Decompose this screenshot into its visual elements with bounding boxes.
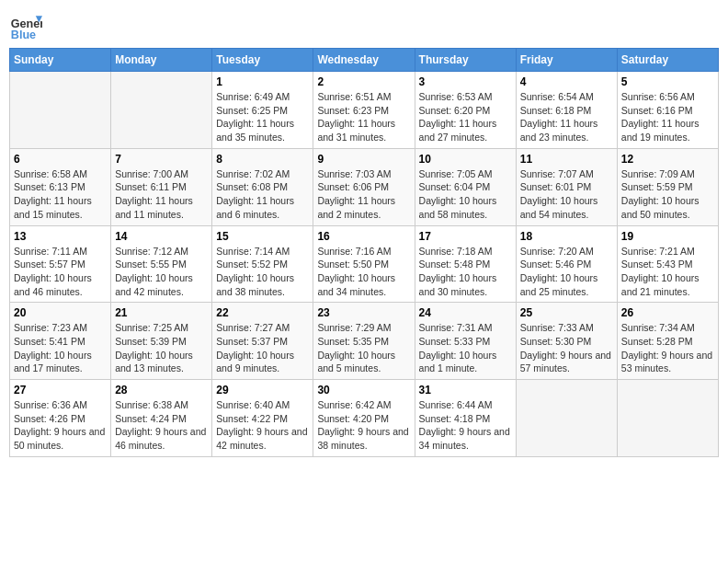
days-header-row: SundayMondayTuesdayWednesdayThursdayFrid…	[10, 49, 719, 72]
calendar-cell: 26Sunrise: 7:34 AMSunset: 5:28 PMDayligh…	[617, 303, 718, 380]
calendar-cell: 20Sunrise: 7:23 AMSunset: 5:41 PMDayligh…	[10, 303, 111, 380]
calendar-cell: 4Sunrise: 6:54 AMSunset: 6:18 PMDaylight…	[516, 72, 617, 149]
day-info: Sunrise: 7:11 AMSunset: 5:57 PMDaylight:…	[14, 245, 107, 299]
day-header-saturday: Saturday	[617, 49, 718, 72]
day-info: Sunrise: 7:09 AMSunset: 5:59 PMDaylight:…	[621, 167, 714, 222]
day-number: 9	[317, 153, 410, 166]
day-header-tuesday: Tuesday	[212, 49, 313, 72]
calendar-cell: 27Sunrise: 6:36 AMSunset: 4:26 PMDayligh…	[10, 380, 111, 457]
day-info: Sunrise: 7:14 AMSunset: 5:52 PMDaylight:…	[216, 245, 309, 299]
calendar-cell: 19Sunrise: 7:21 AMSunset: 5:43 PMDayligh…	[617, 225, 718, 303]
day-header-sunday: Sunday	[10, 49, 111, 72]
calendar-cell	[111, 72, 212, 149]
day-number: 31	[419, 384, 512, 396]
day-number: 25	[520, 306, 613, 319]
calendar-cell: 9Sunrise: 7:03 AMSunset: 6:06 PMDaylight…	[313, 148, 415, 225]
day-info: Sunrise: 7:16 AMSunset: 5:50 PMDaylight:…	[317, 245, 410, 299]
day-number: 7	[115, 153, 208, 166]
day-number: 17	[419, 230, 512, 243]
day-info: Sunrise: 6:44 AMSunset: 4:18 PMDaylight:…	[419, 398, 512, 453]
day-number: 21	[115, 306, 208, 319]
calendar-cell: 23Sunrise: 7:29 AMSunset: 5:35 PMDayligh…	[313, 303, 415, 380]
day-number: 20	[14, 306, 107, 319]
logo: General Blue	[9, 9, 42, 42]
day-number: 30	[317, 384, 410, 396]
day-info: Sunrise: 7:21 AMSunset: 5:43 PMDaylight:…	[621, 245, 714, 299]
day-header-thursday: Thursday	[415, 49, 516, 72]
day-info: Sunrise: 7:34 AMSunset: 5:28 PMDaylight:…	[621, 321, 714, 375]
calendar-cell: 16Sunrise: 7:16 AMSunset: 5:50 PMDayligh…	[313, 225, 415, 303]
day-number: 3	[419, 75, 512, 88]
day-info: Sunrise: 6:38 AMSunset: 4:24 PMDaylight:…	[115, 398, 208, 453]
day-number: 22	[216, 306, 309, 319]
calendar-cell: 8Sunrise: 7:02 AMSunset: 6:08 PMDaylight…	[212, 148, 313, 225]
day-info: Sunrise: 7:33 AMSunset: 5:30 PMDaylight:…	[520, 321, 613, 375]
day-info: Sunrise: 6:40 AMSunset: 4:22 PMDaylight:…	[216, 398, 309, 453]
day-number: 27	[14, 384, 107, 396]
calendar-cell: 25Sunrise: 7:33 AMSunset: 5:30 PMDayligh…	[516, 303, 617, 380]
day-number: 12	[621, 153, 714, 166]
day-number: 23	[317, 306, 410, 319]
day-info: Sunrise: 7:27 AMSunset: 5:37 PMDaylight:…	[216, 321, 309, 375]
calendar-cell: 29Sunrise: 6:40 AMSunset: 4:22 PMDayligh…	[212, 380, 313, 457]
calendar-cell: 13Sunrise: 7:11 AMSunset: 5:57 PMDayligh…	[10, 225, 111, 303]
day-info: Sunrise: 7:31 AMSunset: 5:33 PMDaylight:…	[419, 321, 512, 375]
day-number: 18	[520, 230, 613, 243]
calendar-cell: 28Sunrise: 6:38 AMSunset: 4:24 PMDayligh…	[111, 380, 212, 457]
calendar-cell: 1Sunrise: 6:49 AMSunset: 6:25 PMDaylight…	[212, 72, 313, 149]
calendar-cell: 30Sunrise: 6:42 AMSunset: 4:20 PMDayligh…	[313, 380, 415, 457]
calendar-cell: 11Sunrise: 7:07 AMSunset: 6:01 PMDayligh…	[516, 148, 617, 225]
day-number: 1	[216, 75, 309, 88]
day-number: 8	[216, 153, 309, 166]
day-number: 14	[115, 230, 208, 243]
calendar-cell	[516, 380, 617, 457]
day-number: 26	[621, 306, 714, 319]
week-row-4: 20Sunrise: 7:23 AMSunset: 5:41 PMDayligh…	[10, 303, 719, 380]
day-info: Sunrise: 6:36 AMSunset: 4:26 PMDaylight:…	[14, 398, 107, 453]
day-info: Sunrise: 7:07 AMSunset: 6:01 PMDaylight:…	[520, 167, 613, 222]
day-info: Sunrise: 7:12 AMSunset: 5:55 PMDaylight:…	[115, 245, 208, 299]
calendar-cell: 5Sunrise: 6:56 AMSunset: 6:16 PMDaylight…	[617, 72, 718, 149]
day-number: 13	[14, 230, 107, 243]
calendar-cell: 14Sunrise: 7:12 AMSunset: 5:55 PMDayligh…	[111, 225, 212, 303]
day-number: 28	[115, 384, 208, 396]
calendar-cell	[10, 72, 111, 149]
calendar-cell: 12Sunrise: 7:09 AMSunset: 5:59 PMDayligh…	[617, 148, 718, 225]
day-info: Sunrise: 6:51 AMSunset: 6:23 PMDaylight:…	[317, 90, 410, 144]
calendar-cell: 31Sunrise: 6:44 AMSunset: 4:18 PMDayligh…	[415, 380, 516, 457]
day-info: Sunrise: 6:53 AMSunset: 6:20 PMDaylight:…	[419, 90, 512, 144]
day-info: Sunrise: 7:02 AMSunset: 6:08 PMDaylight:…	[216, 167, 309, 222]
svg-text:Blue: Blue	[11, 29, 36, 41]
calendar-cell: 17Sunrise: 7:18 AMSunset: 5:48 PMDayligh…	[415, 225, 516, 303]
calendar-table: SundayMondayTuesdayWednesdayThursdayFrid…	[9, 48, 719, 457]
week-row-5: 27Sunrise: 6:36 AMSunset: 4:26 PMDayligh…	[10, 380, 719, 457]
day-info: Sunrise: 7:05 AMSunset: 6:04 PMDaylight:…	[419, 167, 512, 222]
day-info: Sunrise: 6:42 AMSunset: 4:20 PMDaylight:…	[317, 398, 410, 453]
day-info: Sunrise: 6:58 AMSunset: 6:13 PMDaylight:…	[14, 167, 107, 222]
day-number: 19	[621, 230, 714, 243]
day-info: Sunrise: 7:29 AMSunset: 5:35 PMDaylight:…	[317, 321, 410, 375]
day-number: 10	[419, 153, 512, 166]
day-number: 16	[317, 230, 410, 243]
day-header-friday: Friday	[516, 49, 617, 72]
week-row-1: 1Sunrise: 6:49 AMSunset: 6:25 PMDaylight…	[10, 72, 719, 149]
day-info: Sunrise: 7:18 AMSunset: 5:48 PMDaylight:…	[419, 245, 512, 299]
day-info: Sunrise: 6:54 AMSunset: 6:18 PMDaylight:…	[520, 90, 613, 144]
day-number: 11	[520, 153, 613, 166]
calendar-cell	[617, 380, 718, 457]
calendar-cell: 22Sunrise: 7:27 AMSunset: 5:37 PMDayligh…	[212, 303, 313, 380]
day-info: Sunrise: 7:03 AMSunset: 6:06 PMDaylight:…	[317, 167, 410, 222]
calendar-cell: 21Sunrise: 7:25 AMSunset: 5:39 PMDayligh…	[111, 303, 212, 380]
week-row-3: 13Sunrise: 7:11 AMSunset: 5:57 PMDayligh…	[10, 225, 719, 303]
day-number: 5	[621, 75, 714, 88]
day-header-wednesday: Wednesday	[313, 49, 415, 72]
day-info: Sunrise: 7:23 AMSunset: 5:41 PMDaylight:…	[14, 321, 107, 375]
day-info: Sunrise: 7:20 AMSunset: 5:46 PMDaylight:…	[520, 245, 613, 299]
day-info: Sunrise: 6:49 AMSunset: 6:25 PMDaylight:…	[216, 90, 309, 144]
calendar-cell: 10Sunrise: 7:05 AMSunset: 6:04 PMDayligh…	[415, 148, 516, 225]
calendar-cell: 18Sunrise: 7:20 AMSunset: 5:46 PMDayligh…	[516, 225, 617, 303]
day-number: 6	[14, 153, 107, 166]
day-number: 4	[520, 75, 613, 88]
calendar-cell: 7Sunrise: 7:00 AMSunset: 6:11 PMDaylight…	[111, 148, 212, 225]
calendar-cell: 3Sunrise: 6:53 AMSunset: 6:20 PMDaylight…	[415, 72, 516, 149]
